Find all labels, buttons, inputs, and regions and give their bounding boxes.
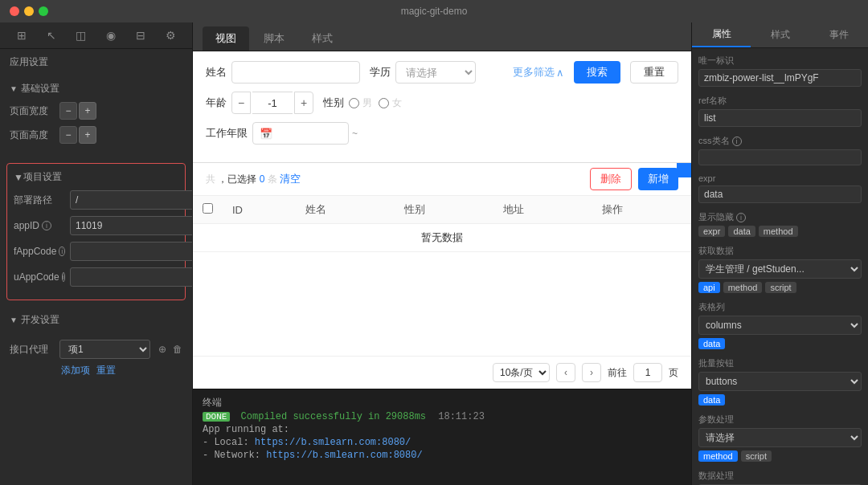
form-row-1: 姓名 学历 请选择 更多筛选 ∧ 搜索 重置 xyxy=(206,61,678,84)
window-title: magic-git-demo xyxy=(401,6,468,17)
uappcode-input[interactable] xyxy=(70,267,193,287)
proxy-add-reset-row: 添加项 重置 xyxy=(61,364,182,377)
page-size-select[interactable]: 10条/页 xyxy=(493,363,550,382)
tab-bar: 视图 脚本 样式 xyxy=(193,22,691,51)
page-width-minus[interactable]: − xyxy=(59,102,77,120)
name-label: 姓名 xyxy=(206,65,227,79)
cursor-icon[interactable]: ↖ xyxy=(43,27,59,43)
proxy-delete-icon[interactable]: 🗑 xyxy=(173,344,182,355)
male-radio-input[interactable] xyxy=(349,98,359,108)
male-radio[interactable]: 男 xyxy=(349,96,372,110)
batch-btn-tags: data xyxy=(698,394,862,406)
maximize-dot[interactable] xyxy=(39,6,48,16)
reset-btn[interactable]: 重置 xyxy=(96,364,116,377)
person-icon[interactable]: ◉ xyxy=(103,27,119,43)
page-width-stepper: − + xyxy=(59,102,96,120)
page-width-row: 页面宽度 − + xyxy=(10,102,182,120)
edu-field: 学历 请选择 xyxy=(370,61,476,84)
prev-page-btn[interactable]: ‹ xyxy=(556,363,575,382)
dev-settings-header[interactable]: ▼ 开发设置 xyxy=(0,307,192,333)
blue-corner xyxy=(677,163,691,177)
tab-view[interactable]: 视图 xyxy=(203,26,249,51)
delete-button[interactable]: 删除 xyxy=(590,168,632,190)
basic-settings-header[interactable]: ▼ 基础设置 xyxy=(0,75,192,102)
fappcode-input[interactable] xyxy=(70,242,193,261)
tab-script[interactable]: 脚本 xyxy=(251,26,297,51)
fetch-data-select[interactable]: 学生管理 / getStuden... xyxy=(698,259,862,279)
tab-style[interactable]: 样式 xyxy=(299,26,346,51)
female-radio[interactable]: 女 xyxy=(379,96,402,110)
app-settings-header[interactable]: 应用设置 xyxy=(0,49,192,75)
data-handle-label: 数据处理 xyxy=(698,470,862,482)
block-icon[interactable]: ⊟ xyxy=(133,27,149,43)
right-panel-tabs: 属性 样式 事件 xyxy=(692,22,868,48)
status-text: 共 ，已选择 0 条 清空 xyxy=(206,172,301,186)
deploy-path-input[interactable] xyxy=(70,190,193,210)
app-id-info-icon: i xyxy=(42,221,51,230)
terminal-done-badge: DONE xyxy=(203,412,230,422)
chevron-up-icon: ∧ xyxy=(556,67,564,79)
page-width-plus[interactable]: + xyxy=(79,102,96,120)
female-radio-input[interactable] xyxy=(379,98,389,108)
terminal-local-url[interactable]: https://b.smlearn.com:8080/ xyxy=(255,437,411,448)
page-number-input[interactable] xyxy=(633,363,662,382)
right-tab-style[interactable]: 样式 xyxy=(751,22,809,47)
more-filters-btn[interactable]: 更多筛选 ∧ xyxy=(513,65,564,79)
table-col-tags: data xyxy=(698,338,862,349)
minimize-dot[interactable] xyxy=(24,6,34,16)
data-table: ID 姓名 性别 地址 操作 暂无数据 xyxy=(193,196,691,252)
empty-row: 暂无数据 xyxy=(193,224,691,252)
right-tab-events[interactable]: 事件 xyxy=(809,22,868,47)
work-years-range: 📅 ~ xyxy=(252,122,358,145)
proxy-label: 接口代理 xyxy=(10,343,55,357)
terminal-running-line: App running at: xyxy=(203,424,682,435)
name-header: 姓名 xyxy=(296,196,395,224)
expr-prop: expr data xyxy=(698,173,862,203)
age-plus-btn[interactable]: + xyxy=(294,92,313,114)
terminal-network-url[interactable]: https://b.smlearn.com:8080/ xyxy=(266,450,422,461)
dev-settings-arrow: ▼ xyxy=(10,316,18,324)
name-input[interactable] xyxy=(231,61,360,84)
project-settings-header[interactable]: ▼ 项目设置 xyxy=(14,170,178,184)
left-sidebar: ⊞ ↖ ◫ ◉ ⊟ ⚙ 应用设置 ▼ 基础设置 页面宽度 − + 页面 xyxy=(0,22,193,485)
page-height-plus[interactable]: + xyxy=(79,126,96,144)
add-button[interactable]: 新增 xyxy=(638,168,678,190)
gender-field: 性别 男 女 xyxy=(323,96,402,110)
grid-icon[interactable]: ⊞ xyxy=(14,27,30,43)
terminal-time: 18:11:23 xyxy=(438,411,485,422)
display-tag-data: data xyxy=(728,226,755,237)
age-minus-btn[interactable]: − xyxy=(231,92,251,114)
main-content: 姓名 学历 请选择 更多筛选 ∧ 搜索 重置 xyxy=(193,51,691,485)
right-tab-props[interactable]: 属性 xyxy=(692,22,751,47)
unique-id-value: zmbiz-power-list__lmPYgF xyxy=(698,69,862,87)
layers-icon[interactable]: ◫ xyxy=(73,27,89,43)
terminal-done-line: DONE Compiled successfully in 29088ms 18… xyxy=(203,411,682,422)
batch-btn-select[interactable]: buttons xyxy=(698,372,862,391)
uappcode-row: uAppCode i xyxy=(14,267,178,287)
param-select[interactable]: 请选择 xyxy=(698,428,862,447)
page-height-minus[interactable]: − xyxy=(59,126,77,144)
table-col-select[interactable]: columns xyxy=(698,316,862,335)
reset-form-button[interactable]: 重置 xyxy=(630,61,678,84)
clear-btn[interactable]: 清空 xyxy=(280,173,301,185)
proxy-select[interactable]: 项1 xyxy=(59,340,150,359)
ref-label: ref名称 xyxy=(698,95,862,107)
select-all-checkbox[interactable] xyxy=(203,203,213,214)
search-button[interactable]: 搜索 xyxy=(574,61,620,84)
display-tag-expr: expr xyxy=(698,226,725,237)
age-input[interactable] xyxy=(252,92,293,114)
param-label: 参数处理 xyxy=(698,414,862,426)
action-header: 操作 xyxy=(592,196,691,224)
date-start-input[interactable]: 📅 xyxy=(252,122,349,145)
proxy-add-icon[interactable]: ⊕ xyxy=(158,344,166,355)
calendar-icon: 📅 xyxy=(260,128,272,140)
close-dot[interactable] xyxy=(10,6,19,16)
fetch-data-prop: 获取数据 学生管理 / getStuden... api method scri… xyxy=(698,245,862,293)
add-item-btn[interactable]: 添加项 xyxy=(61,364,90,377)
gender-header: 性别 xyxy=(395,196,493,224)
gear-icon[interactable]: ⚙ xyxy=(162,27,178,43)
css-class-value[interactable] xyxy=(698,149,862,165)
edu-select[interactable]: 请选择 xyxy=(395,61,476,84)
next-page-btn[interactable]: › xyxy=(582,363,601,382)
app-id-input[interactable] xyxy=(70,216,193,235)
